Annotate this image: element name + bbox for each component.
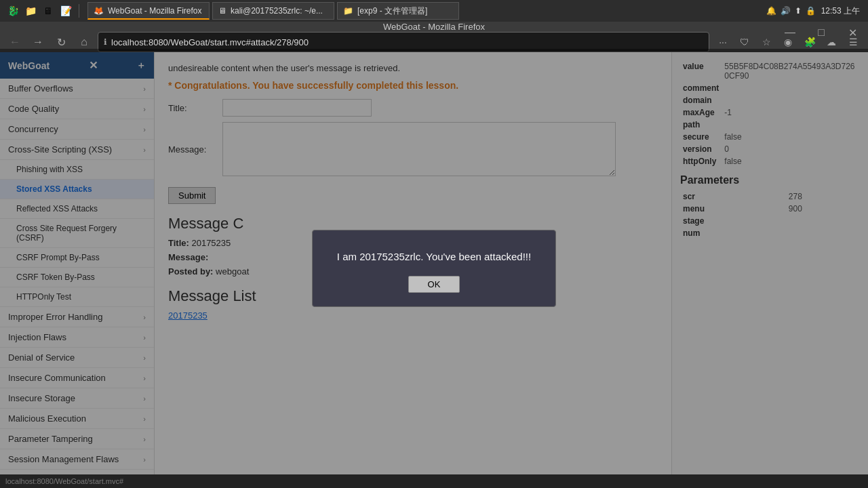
firefox-app-icon: 🦊 — [94, 6, 104, 16]
kali-menu-icon[interactable]: 🐉 — [5, 3, 20, 18]
filemanager-icon: 📁 — [343, 6, 353, 16]
taskbar-system-tray: 🔔 🔊 ⬆ 🔒 — [766, 6, 816, 16]
terminal-app-label: kali@20175235zrlc: ~/e... — [231, 6, 323, 16]
taskbar-system-icons: 🐉 📁 🖥 📝 — [0, 3, 87, 18]
modal-dialog: I am 20175235zrlc. You've been attacked!… — [312, 230, 556, 307]
security-icon: ℹ — [104, 37, 107, 47]
terminal-icon2: 🖥 — [218, 6, 226, 16]
taskbar-separator — [79, 4, 79, 18]
lock-icon: 🔒 — [806, 6, 816, 16]
minimize-button[interactable]: — — [774, 22, 806, 43]
clock: 12:53 上午 — [821, 5, 860, 17]
modal-ok-button[interactable]: OK — [408, 276, 460, 293]
firefox-taskbar-app[interactable]: 🦊 WebGoat - Mozilla Firefox — [87, 2, 210, 20]
network-icon: 🔔 — [766, 6, 776, 16]
url-text: localhost:8080/WebGoat/start.mvc#attack/… — [111, 37, 703, 47]
filemanager-taskbar-app[interactable]: 📁 [exp9 - 文件管理器] — [337, 2, 459, 20]
filemanager-app-label: [exp9 - 文件管理器] — [357, 5, 427, 17]
terminal-taskbar-app[interactable]: 🖥 kali@20175235zrlc: ~/e... — [212, 2, 334, 20]
taskbar-right: 🔔 🔊 ⬆ 🔒 12:53 上午 — [766, 5, 868, 17]
close-button[interactable]: ✕ — [837, 22, 868, 43]
taskbar: 🐉 📁 🖥 📝 🦊 WebGoat - Mozilla Firefox 🖥 ka… — [0, 0, 868, 22]
text-editor-icon[interactable]: 📝 — [58, 3, 73, 18]
modal-overlay: I am 20175235zrlc. You've been attacked!… — [0, 49, 868, 488]
volume-icon: 🔊 — [781, 6, 791, 16]
terminal-icon[interactable]: 🖥 — [41, 3, 56, 18]
firefox-title: WebGoat - Mozilla Firefox — [383, 22, 485, 32]
maximize-button[interactable]: □ — [806, 22, 837, 43]
window-controls: — □ ✕ — [774, 22, 868, 43]
firefox-titlebar: WebGoat - Mozilla Firefox — □ ✕ — [0, 22, 868, 32]
battery-icon: ⬆ — [795, 6, 802, 16]
modal-message-text: I am 20175235zrlc. You've been attacked!… — [337, 251, 531, 262]
files-icon[interactable]: 📁 — [23, 3, 38, 18]
firefox-app-label: WebGoat - Mozilla Firefox — [108, 6, 202, 16]
